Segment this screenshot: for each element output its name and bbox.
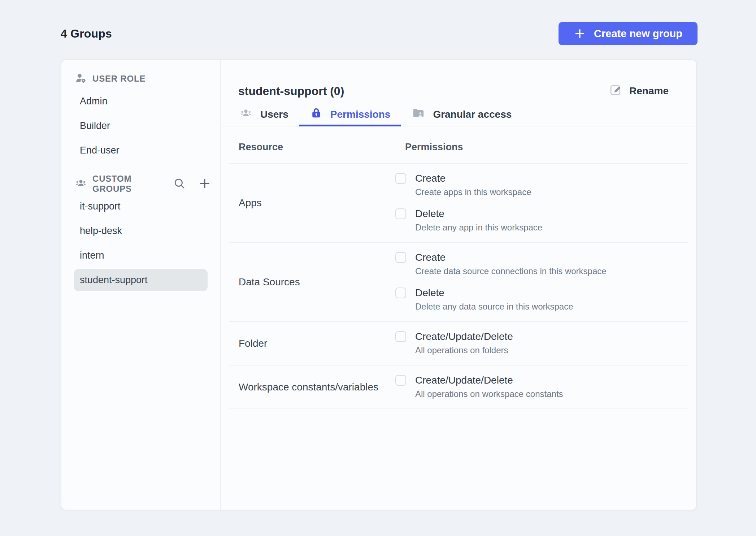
tab-label: Permissions: [330, 109, 391, 120]
sidebar-item-it-support[interactable]: it-support: [74, 195, 208, 217]
users-icon: [239, 107, 252, 122]
search-icon: [173, 177, 186, 191]
permission-item: Delete Delete any app in this workspace: [395, 208, 688, 233]
plus-icon: [574, 27, 586, 40]
permission-description: Delete any app in this workspace: [415, 222, 542, 233]
resource-label: Data Sources: [229, 252, 395, 312]
create-new-group-label: Create new group: [594, 28, 682, 40]
table-row-workspace-constants: Workspace constants/variables Create/Upd…: [229, 366, 688, 409]
plus-icon: [199, 177, 211, 191]
custom-groups-list: it-support help-desk intern student-supp…: [61, 195, 220, 291]
sidebar-item-builder[interactable]: Builder: [74, 115, 208, 137]
permission-description: All operations on workspace constants: [415, 389, 563, 399]
rename-button[interactable]: Rename: [609, 83, 669, 99]
rename-label: Rename: [629, 85, 669, 97]
permission-label: Create/Update/Delete: [415, 331, 513, 342]
checkbox-apps-delete[interactable]: [395, 208, 406, 219]
sidebar-item-student-support[interactable]: student-support: [74, 269, 208, 291]
tab-granular-access[interactable]: Granular access: [401, 104, 522, 126]
permissions-table: Resource Permissions Apps Create Create …: [229, 126, 688, 409]
group-title: student-support (0): [238, 85, 344, 98]
edit-icon: [609, 83, 623, 99]
table-row-folder: Folder Create/Update/Delete All operatio…: [229, 322, 688, 366]
sidebar-item-label: student-support: [80, 275, 148, 286]
permission-item: Create/Update/Delete All operations on w…: [395, 375, 688, 399]
sidebar-item-admin[interactable]: Admin: [74, 90, 208, 112]
custom-groups-section-title: CUSTOM GROUPS: [92, 174, 162, 194]
folder-user-icon: [412, 107, 425, 122]
resource-label: Workspace constants/variables: [229, 375, 395, 399]
permission-description: Create data source connections in this w…: [415, 266, 607, 276]
permission-label: Delete: [415, 288, 573, 298]
groups-card: USER ROLE Admin Builder End-user: [61, 59, 697, 510]
search-groups-button[interactable]: [173, 177, 186, 191]
permission-label: Create/Update/Delete: [415, 375, 563, 386]
tab-bar: Users Permissions: [221, 104, 696, 126]
checkbox-folder-cud[interactable]: [395, 331, 406, 342]
lock-icon: [310, 107, 322, 122]
permission-description: All operations on folders: [415, 345, 513, 355]
user-gear-icon: [75, 72, 87, 86]
permission-label: Create: [415, 173, 531, 184]
column-header-resource: Resource: [229, 142, 395, 153]
groups-page: 4 Groups Create new group: [61, 22, 698, 510]
permission-description: Create apps in this workspace: [415, 187, 531, 197]
permission-label: Create: [415, 252, 607, 263]
permission-item: Create Create data source connections in…: [395, 252, 688, 276]
resource-label: Apps: [229, 173, 395, 233]
page-title: 4 Groups: [61, 27, 112, 40]
sidebar-item-label: End-user: [80, 145, 120, 156]
add-group-button[interactable]: [199, 177, 211, 191]
table-header: Resource Permissions: [229, 126, 688, 164]
table-row-apps: Apps Create Create apps in this workspac…: [229, 164, 688, 243]
sidebar-item-label: it-support: [80, 201, 121, 212]
tab-label: Users: [260, 109, 288, 120]
sidebar-item-intern[interactable]: intern: [74, 245, 208, 267]
users-icon: [75, 177, 87, 191]
sidebar-item-label: Admin: [80, 96, 108, 107]
checkbox-apps-create[interactable]: [395, 173, 406, 184]
column-header-permissions: Permissions: [395, 142, 463, 153]
panel-header: student-support (0) Rename: [221, 60, 696, 104]
table-row-data-sources: Data Sources Create Create data source c…: [229, 243, 688, 322]
permission-item: Delete Delete any data source in this wo…: [395, 288, 688, 312]
sidebar-item-label: Builder: [80, 120, 110, 131]
sidebar: USER ROLE Admin Builder End-user: [61, 60, 221, 510]
permission-label: Delete: [415, 208, 542, 219]
tab-label: Granular access: [433, 109, 512, 120]
tab-permissions[interactable]: Permissions: [299, 104, 401, 126]
tab-users[interactable]: Users: [229, 104, 299, 126]
create-new-group-button[interactable]: Create new group: [559, 22, 698, 45]
sidebar-item-help-desk[interactable]: help-desk: [74, 220, 208, 242]
sidebar-item-end-user[interactable]: End-user: [74, 139, 208, 161]
user-role-list: Admin Builder End-user: [61, 90, 220, 161]
checkbox-datasources-delete[interactable]: [395, 288, 406, 298]
user-role-section-title: USER ROLE: [92, 74, 145, 84]
checkbox-datasources-create[interactable]: [395, 252, 406, 263]
checkbox-workspace-constants-cud[interactable]: [395, 375, 406, 386]
custom-groups-section-header: CUSTOM GROUPS: [75, 177, 211, 190]
sidebar-item-label: help-desk: [80, 225, 122, 237]
topbar: 4 Groups Create new group: [61, 22, 698, 46]
permission-item: Create Create apps in this workspace: [395, 173, 688, 197]
user-role-section-header: USER ROLE: [75, 72, 211, 85]
permission-item: Create/Update/Delete All operations on f…: [395, 331, 688, 355]
sidebar-item-label: intern: [80, 250, 104, 261]
group-detail-panel: student-support (0) Rename: [221, 60, 696, 510]
resource-label: Folder: [229, 331, 395, 355]
permission-description: Delete any data source in this workspace: [415, 302, 573, 312]
